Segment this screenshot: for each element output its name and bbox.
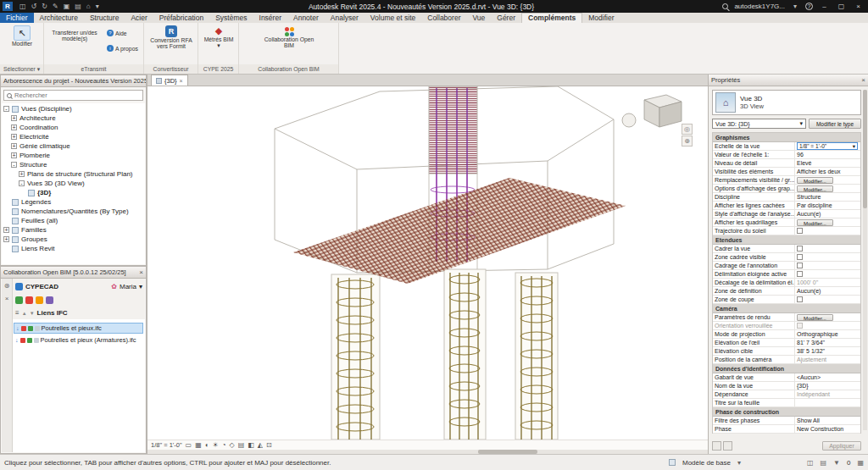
- checkbox[interactable]: [797, 296, 803, 302]
- a-propos-button[interactable]: i A propos: [107, 45, 138, 52]
- tab-gerer[interactable]: Gérer: [491, 13, 521, 23]
- annotate-icon[interactable]: ✎: [53, 3, 58, 10]
- close-icon[interactable]: ×: [139, 268, 143, 276]
- expander-icon[interactable]: +: [11, 143, 17, 149]
- print-icon[interactable]: ▣: [64, 3, 70, 10]
- group-donnees-identification[interactable]: Données d'identification: [713, 364, 860, 373]
- tab-fichier[interactable]: Fichier: [0, 13, 34, 23]
- checkbox[interactable]: [797, 271, 803, 277]
- tab-systemes[interactable]: Systèmes: [209, 13, 253, 23]
- expander-icon[interactable]: +: [11, 134, 17, 140]
- worksets-icon[interactable]: [669, 459, 676, 466]
- model-3d-view[interactable]: [147, 86, 709, 440]
- project-browser-header[interactable]: Arborescence du projet - Nouveautés Vers…: [1, 75, 146, 87]
- steering-wheel-icon[interactable]: ◎: [682, 124, 693, 135]
- modify-button[interactable]: Modifier...: [797, 314, 833, 321]
- account-name[interactable]: autodesk1Y7G...: [734, 3, 785, 10]
- view-tab-3d[interactable]: {3D} ×: [151, 75, 188, 86]
- group-graphismes[interactable]: Graphismes: [713, 133, 860, 142]
- properties-scrollbar[interactable]: [863, 90, 867, 430]
- model-caret-icon[interactable]: ▾: [737, 459, 741, 467]
- rendering-icon[interactable]: ◔: [222, 441, 226, 449]
- account-caret-icon[interactable]: ▾: [793, 3, 797, 10]
- tab-vue[interactable]: Vue: [466, 13, 491, 23]
- tab-annoter[interactable]: Annoter: [287, 13, 325, 23]
- up-icon[interactable]: ▲: [22, 311, 27, 316]
- crop-view-icon[interactable]: ◇: [230, 441, 235, 449]
- group-camera[interactable]: Caméra: [713, 304, 860, 313]
- app-chip-icon[interactable]: [36, 296, 43, 304]
- search-icon[interactable]: [722, 3, 728, 9]
- close-button[interactable]: ×: [853, 3, 864, 10]
- panel-label-collab-openbim[interactable]: Collaboration Open BIM: [239, 64, 338, 74]
- detail-level-icon[interactable]: ▭: [186, 441, 192, 449]
- tab-acier[interactable]: Acier: [125, 13, 153, 23]
- shadows-icon[interactable]: ☀: [213, 441, 219, 449]
- view-cube[interactable]: [622, 95, 682, 127]
- tree-item-legendes[interactable]: Légendes: [2, 197, 145, 207]
- app-chip-icon[interactable]: [25, 296, 33, 304]
- tree-item-genie-climatique[interactable]: +Génie climatique: [2, 141, 145, 151]
- maximize-button[interactable]: ▢: [836, 3, 847, 10]
- collab-panel-header[interactable]: Collaboration Open BIM [5.0.0.12 25/02/2…: [1, 267, 146, 279]
- app-chip-icon[interactable]: [46, 296, 53, 304]
- checkbox[interactable]: [797, 254, 803, 260]
- menu-icon[interactable]: ≡: [15, 309, 19, 317]
- help-icon[interactable]: ?: [805, 3, 813, 10]
- scrollbar-thumb[interactable]: [863, 90, 867, 208]
- redo-icon[interactable]: ↻: [42, 3, 47, 10]
- down-icon[interactable]: ▼: [30, 311, 35, 316]
- properties-help-icon[interactable]: [712, 441, 721, 451]
- property-value[interactable]: Aucun(e): [795, 210, 860, 218]
- tree-item-vues-3d[interactable]: -Vues 3D (3D View): [2, 179, 145, 188]
- active-model-label[interactable]: Modèle de base: [682, 459, 731, 467]
- checkbox[interactable]: [797, 228, 803, 234]
- property-value[interactable]: Aucun(e): [795, 287, 860, 295]
- crop-region-icon[interactable]: ▤: [238, 441, 245, 449]
- modify-button[interactable]: Modifier...: [797, 219, 833, 226]
- tab-analyser[interactable]: Analyser: [325, 13, 364, 23]
- checkbox[interactable]: [797, 263, 803, 268]
- concrete-column[interactable]: [429, 86, 477, 174]
- tab-architecture[interactable]: Architecture: [34, 13, 84, 23]
- qat-caret-icon[interactable]: ▾: [96, 3, 99, 10]
- tab-complements[interactable]: Compléments: [521, 13, 582, 23]
- design-options-icon[interactable]: ▤: [821, 459, 827, 467]
- tree-item-familles[interactable]: +Familles: [2, 225, 145, 235]
- expander-icon[interactable]: +: [11, 124, 17, 130]
- tab-structure[interactable]: Structure: [84, 13, 125, 23]
- close-tab-icon[interactable]: ×: [180, 78, 183, 84]
- expander-icon[interactable]: +: [19, 171, 25, 177]
- expander-icon[interactable]: +: [3, 227, 9, 233]
- tree-item-structure[interactable]: -Structure: [2, 160, 145, 169]
- zoom-icon[interactable]: ⊕: [682, 135, 693, 147]
- conversion-rfa-button[interactable]: R Conversion RFA vers Formit: [147, 25, 195, 49]
- property-value[interactable]: [795, 399, 860, 406]
- tree-item-vues[interactable]: -Vues (Discipline): [2, 104, 145, 113]
- tree-item-nomenclatures[interactable]: Nomenclatures/Quantités (By Type): [2, 207, 145, 216]
- tree-item-feuilles[interactable]: Feuilles (all): [2, 216, 145, 225]
- home-icon[interactable]: ⌂: [86, 3, 91, 10]
- group-phase-construction[interactable]: Phase de construction: [713, 407, 860, 417]
- property-value[interactable]: <Aucun>: [795, 373, 860, 381]
- instance-selector[interactable]: Vue 3D: {3D} ▾: [712, 119, 806, 129]
- sun-path-icon[interactable]: ◐: [205, 441, 209, 449]
- property-value[interactable]: New Construction: [795, 425, 860, 433]
- tab-inserer[interactable]: Insérer: [253, 13, 287, 23]
- edit-type-button[interactable]: Modifier le type: [809, 119, 861, 129]
- undo-icon[interactable]: ↺: [31, 3, 37, 10]
- modify-button[interactable]: Modifier...: [797, 185, 833, 192]
- tree-item-liens-revit[interactable]: Liens Revit: [2, 244, 145, 253]
- properties-header[interactable]: Propriétés ×: [709, 75, 868, 86]
- search-box[interactable]: [3, 90, 143, 101]
- property-value[interactable]: {3D}: [795, 382, 860, 390]
- view-icon[interactable]: ▤: [75, 3, 81, 10]
- scale-combo[interactable]: 1/8" = 1'-0"▾: [797, 142, 858, 150]
- reveal-hidden-icon[interactable]: ◭: [258, 441, 263, 449]
- visual-style-icon[interactable]: ▦: [195, 441, 202, 449]
- temporary-hide-icon[interactable]: ◧: [248, 441, 254, 449]
- tree-item-plans-structure[interactable]: +Plans de structure (Structural Plan): [2, 169, 145, 179]
- tree-item-architecture[interactable]: +Architecture: [2, 113, 145, 123]
- panel-label-selectionner[interactable]: Sélectionner ▾: [0, 64, 43, 74]
- aide-button[interactable]: ? Aide: [107, 30, 127, 36]
